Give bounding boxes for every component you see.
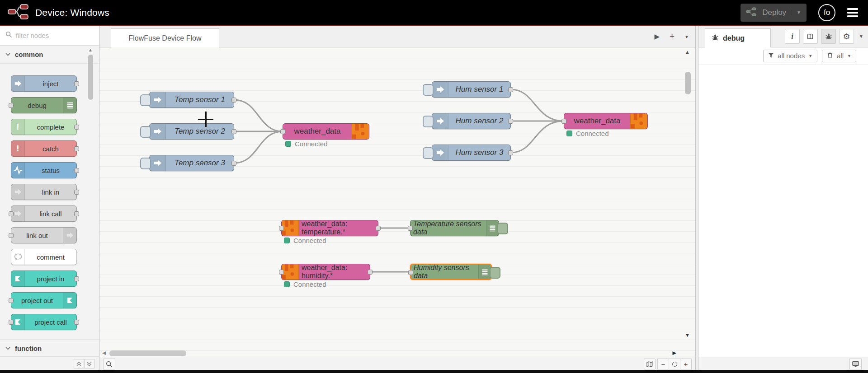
input-port[interactable] (9, 233, 14, 238)
input-port[interactable] (9, 320, 14, 325)
node-hum-sensor-1[interactable]: Hum sensor 1 (432, 81, 511, 98)
node-weather-data-humidity[interactable]: weather_data: humidity.* (281, 264, 370, 280)
flow-canvas[interactable]: Temp sensor 1 Temp sensor 2 Temp sensor … (99, 47, 695, 357)
palette-node-inject[interactable]: inject (11, 75, 77, 92)
wire[interactable] (511, 121, 564, 153)
node-temperature-sensors-data[interactable]: Temperature sensors data (410, 220, 499, 236)
tab-debug[interactable]: debug (705, 28, 771, 47)
input-port[interactable] (279, 226, 284, 231)
wire[interactable] (234, 131, 283, 163)
inject-button[interactable] (423, 147, 434, 159)
zoom-out-button[interactable]: − (657, 359, 669, 369)
node-temp-sensor-1[interactable]: Temp sensor 1 (149, 92, 234, 108)
node-weather-data-left[interactable]: weather_data (283, 123, 369, 140)
debug-filter-button[interactable]: all nodes ▼ (763, 50, 817, 62)
palette-node-status[interactable]: status (11, 162, 77, 178)
input-port[interactable] (9, 298, 14, 303)
help-tab-button[interactable] (803, 29, 818, 44)
output-port[interactable] (231, 98, 236, 103)
input-port[interactable] (561, 119, 566, 124)
palette-node-link-out[interactable]: link out (11, 227, 77, 243)
palette-node-project-in[interactable]: project in (11, 270, 77, 287)
wire[interactable] (234, 100, 283, 131)
output-port[interactable] (376, 226, 381, 231)
output-port[interactable] (368, 270, 373, 275)
inject-button[interactable] (423, 84, 434, 96)
input-port[interactable] (9, 103, 14, 108)
node-temp-sensor-3[interactable]: Temp sensor 3 (149, 155, 234, 171)
debug-toggle-button[interactable] (497, 223, 508, 234)
palette-scroll-up-icon[interactable]: ▲ (88, 47, 93, 52)
deploy-button[interactable]: Deploy ▼ (741, 4, 807, 22)
output-port[interactable] (74, 146, 79, 151)
expand-all-button[interactable] (84, 359, 94, 368)
user-avatar[interactable]: fo (818, 4, 835, 21)
input-port[interactable] (408, 270, 413, 275)
wire[interactable] (511, 89, 564, 121)
debug-tab-button[interactable] (821, 29, 836, 44)
output-port[interactable] (231, 161, 236, 166)
run-flow-icon[interactable]: ▶ (654, 33, 660, 41)
collapse-all-button[interactable] (74, 359, 84, 368)
canvas-scroll-left-icon[interactable]: ◀ (102, 350, 106, 356)
palette-scrollbar-thumb[interactable] (88, 55, 93, 100)
output-port[interactable] (74, 81, 79, 86)
input-port[interactable] (279, 270, 284, 275)
palette-node-complete[interactable]: ! complete (11, 119, 77, 135)
inject-button[interactable] (140, 94, 151, 106)
palette-filter-input[interactable] (16, 32, 84, 39)
palette-category-common[interactable]: common (0, 46, 99, 64)
info-tab-button[interactable]: i (785, 29, 800, 44)
palette-category-function[interactable]: function (0, 340, 99, 357)
tab-list-caret-icon[interactable]: ▼ (684, 34, 689, 39)
output-port[interactable] (74, 211, 79, 216)
node-humidity-sensors-data[interactable]: Humidity sensors data (410, 264, 492, 280)
deploy-options-caret[interactable]: ▼ (792, 10, 801, 15)
output-port[interactable] (74, 276, 79, 281)
zoom-in-button[interactable]: + (680, 359, 692, 369)
sidebar-tabs-caret-icon[interactable]: ▼ (859, 34, 863, 39)
sidebar-splitter[interactable] (695, 26, 698, 370)
node-temp-sensor-2[interactable]: Temp sensor 2 (149, 123, 234, 140)
palette-node-catch[interactable]: ! catch (11, 140, 77, 157)
input-port[interactable] (280, 129, 285, 134)
palette-node-comment[interactable]: comment (11, 249, 77, 265)
minimap-button[interactable] (644, 359, 656, 369)
palette-node-link-in[interactable]: link in (11, 184, 77, 200)
output-port[interactable] (231, 129, 236, 134)
debug-message-list[interactable] (698, 65, 868, 357)
tab-flowfuse-device-flow[interactable]: FlowFuse Device Flow (111, 28, 219, 47)
output-port[interactable] (508, 119, 513, 124)
output-port[interactable] (74, 320, 79, 325)
node-hum-sensor-2[interactable]: Hum sensor 2 (432, 113, 511, 129)
input-port[interactable] (408, 226, 413, 231)
canvas-scroll-up-icon[interactable]: ▲ (685, 49, 690, 55)
inject-button[interactable] (140, 126, 151, 138)
open-in-window-button[interactable] (849, 359, 862, 369)
output-port[interactable] (508, 87, 513, 92)
canvas-search-button[interactable] (103, 359, 115, 369)
canvas-scroll-right-icon[interactable]: ▶ (673, 350, 676, 356)
add-flow-icon[interactable]: + (670, 32, 675, 42)
input-port[interactable] (9, 211, 14, 216)
canvas-scroll-down-icon[interactable]: ▼ (685, 332, 690, 338)
node-hum-sensor-3[interactable]: Hum sensor 3 (432, 145, 511, 161)
debug-clear-button[interactable]: all ▼ (822, 50, 856, 62)
canvas-hscrollbar-thumb[interactable] (109, 350, 186, 356)
palette-node-project-call[interactable]: project call (11, 314, 77, 330)
settings-tab-button[interactable]: ⚙ (839, 29, 854, 44)
output-port[interactable] (74, 190, 79, 195)
inject-button[interactable] (423, 116, 434, 127)
node-weather-data-right[interactable]: weather_data (564, 113, 648, 129)
node-weather-data-temperature[interactable]: weather_data: temperature.* (281, 220, 378, 236)
palette-node-project-out[interactable]: project out (11, 292, 77, 308)
output-port[interactable] (74, 168, 79, 173)
palette-node-link-call[interactable]: link call (11, 205, 77, 222)
debug-toggle-button[interactable] (490, 267, 500, 279)
output-port[interactable] (508, 150, 513, 155)
inject-button[interactable] (140, 158, 151, 169)
palette-node-debug[interactable]: debug (11, 97, 77, 113)
zoom-reset-button[interactable] (669, 359, 680, 369)
output-port[interactable] (74, 125, 79, 130)
canvas-vscrollbar-thumb[interactable] (685, 72, 691, 94)
